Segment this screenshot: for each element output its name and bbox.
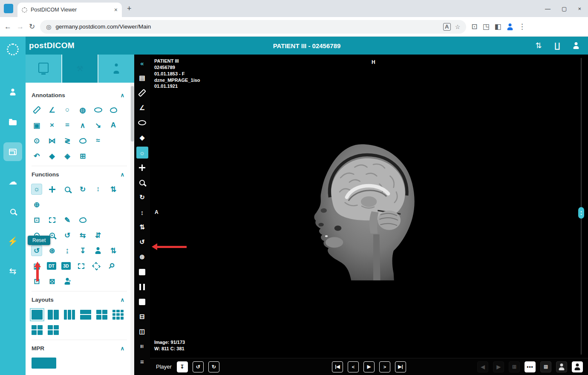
circle-roi-button[interactable]: ○	[62, 105, 72, 115]
arrow-annotation-button[interactable]: ↘	[93, 120, 103, 130]
length-ruler-button[interactable]	[32, 105, 42, 115]
patient-orientation-button[interactable]	[93, 245, 103, 256]
eraser-tool-button[interactable]: ◆	[136, 132, 148, 144]
assign-user-button[interactable]	[556, 361, 567, 372]
image-scroll-handle[interactable]: ▴▾	[578, 207, 584, 219]
crosshair-box-button[interactable]	[89, 259, 104, 273]
sort-images-button[interactable]: ⇅	[108, 245, 118, 256]
stack-scroll-button[interactable]: ⇅	[108, 184, 118, 194]
crossed-lines-button[interactable]: ⋈	[47, 136, 57, 146]
cine-export-button[interactable]: ↧	[177, 361, 188, 372]
rotate-left-button[interactable]: ↺	[62, 230, 72, 240]
cross-point-button[interactable]: ×	[47, 120, 57, 130]
pause-cine-button[interactable]	[136, 281, 148, 293]
next-image-button[interactable]: >	[379, 361, 390, 372]
quick-share-nav-button[interactable]: ⚡	[3, 232, 22, 251]
export-image-button[interactable]: ⊠	[47, 276, 57, 286]
layout-2x1-button[interactable]	[80, 310, 91, 320]
compare-series-button[interactable]: ⊞	[509, 361, 520, 372]
series-layout-button[interactable]: ⊞	[540, 361, 551, 372]
erase-all-button[interactable]: ◈	[62, 151, 72, 161]
scroll-tool-button[interactable]: ↕	[136, 206, 148, 218]
cloud-roi-button[interactable]	[78, 136, 88, 146]
share-study-button[interactable]	[572, 361, 583, 372]
reset-button[interactable]: ↺	[32, 245, 42, 256]
layout-1x1-button[interactable]	[32, 310, 43, 320]
window-maximize-button[interactable]: ▢	[562, 6, 567, 12]
tab-display[interactable]	[26, 55, 62, 83]
layout-1x3-button[interactable]	[64, 310, 75, 320]
stack-tool-button[interactable]: ⇅	[136, 221, 148, 233]
layout-2x2-button[interactable]	[96, 310, 107, 320]
layout-2x2-alt-button[interactable]	[32, 325, 43, 335]
erase-annotation-button[interactable]: ◆	[47, 151, 57, 161]
cloud-upload-nav-button[interactable]: ☁	[3, 172, 22, 191]
reset-settings-button[interactable]: ⊛	[47, 245, 57, 256]
reset-tool-button[interactable]: ↺	[136, 236, 148, 248]
tab-tools[interactable]: ⚒	[62, 55, 99, 83]
window-close-button[interactable]: ×	[578, 6, 581, 12]
browser-profile-icon[interactable]	[507, 23, 513, 30]
layouts-header[interactable]: Layouts ∧	[32, 297, 127, 303]
ellipse-roi-button[interactable]	[93, 105, 103, 115]
annotations-header[interactable]: Annotations ∧	[32, 92, 127, 98]
folders-nav-button[interactable]	[3, 112, 22, 131]
layout-rows-button[interactable]: ⊟	[136, 311, 148, 323]
cine-settings-button[interactable]: ↻	[208, 361, 219, 372]
last-image-button[interactable]: ▶|	[395, 361, 406, 372]
url-text[interactable]: germany.postdicom.com/Viewer/Main	[55, 23, 438, 30]
next-series-button[interactable]: ▶	[493, 361, 504, 372]
window-level-button[interactable]: ☼	[32, 184, 42, 194]
pin-annotation-button[interactable]: ⚲	[104, 259, 119, 273]
viewer-nav-button[interactable]	[3, 142, 22, 161]
image-scroll-track[interactable]	[581, 58, 582, 355]
measure-angle-button[interactable]: ∠	[136, 102, 148, 114]
window-level-roi-button[interactable]: ⊡	[32, 215, 42, 225]
cast-icon[interactable]: ⊡	[471, 22, 477, 31]
functions-header[interactable]: Functions ∧	[32, 171, 127, 178]
collapse-sidebar-button[interactable]: «	[136, 57, 148, 69]
probe-line-button[interactable]: ✎	[62, 215, 72, 225]
rotate-tool-button[interactable]: ↻	[136, 191, 148, 203]
more-options-button[interactable]: •••	[525, 361, 536, 372]
zoom-button[interactable]	[62, 184, 72, 194]
previous-series-button[interactable]: ◀	[477, 361, 488, 372]
chevron-up-icon[interactable]: ∧	[120, 297, 124, 303]
volume-3d-button[interactable]: 3D	[61, 262, 71, 270]
text-annotation-button[interactable]: A	[108, 120, 118, 130]
orientation-marker-button[interactable]: ⊕	[32, 199, 42, 210]
mpr-thumbnail[interactable]	[32, 358, 56, 369]
measure-length-button[interactable]	[136, 87, 148, 99]
chevron-up-icon[interactable]: ∧	[120, 345, 124, 352]
layout-3x3-button[interactable]	[112, 310, 124, 320]
translate-icon[interactable]: A	[443, 23, 451, 31]
window-minimize-button[interactable]: —	[545, 6, 551, 12]
spine-labeling-button[interactable]: ≈	[93, 136, 103, 146]
flip-horizontal-button[interactable]: ⇆	[78, 230, 88, 240]
reset-settings-tool-button[interactable]: ⊛	[136, 251, 148, 263]
panel-scrollbar-thumb[interactable]	[131, 86, 134, 141]
single-view-button[interactable]	[136, 266, 148, 278]
copy-image-button[interactable]: ⊞	[78, 151, 88, 161]
mpr-header[interactable]: MPR ∧	[32, 345, 127, 352]
window-level-tool-button[interactable]: ☼	[136, 147, 148, 159]
back-icon[interactable]: ←	[4, 23, 12, 31]
zoom-region-button[interactable]	[47, 215, 57, 225]
image-viewport[interactable]: PATIENT III 02456789 01.01.1853 - F dzne…	[150, 55, 588, 358]
account-button[interactable]	[571, 40, 581, 51]
patients-nav-button[interactable]	[3, 83, 22, 101]
play-button[interactable]: ▶	[363, 361, 375, 372]
chevron-up-icon[interactable]: ∧	[120, 92, 124, 98]
bookmark-star-icon[interactable]: ☆	[455, 23, 461, 30]
parallel-lines-button[interactable]: =	[62, 120, 72, 130]
flip-vertical-button[interactable]: ⇵	[93, 230, 103, 240]
active-viewport-button[interactable]	[136, 296, 148, 308]
freehand-roi-button[interactable]	[108, 105, 118, 115]
rotate-button[interactable]: ↻	[78, 184, 88, 194]
patient-query-button[interactable]: ?	[62, 276, 72, 286]
pan-tool-button[interactable]	[136, 162, 148, 173]
tab-patient[interactable]	[98, 55, 134, 83]
previous-image-button[interactable]: <	[348, 361, 359, 372]
ellipse-roi-tool-button[interactable]	[136, 117, 148, 129]
collapse-stack-button[interactable]: ↧	[78, 245, 88, 256]
